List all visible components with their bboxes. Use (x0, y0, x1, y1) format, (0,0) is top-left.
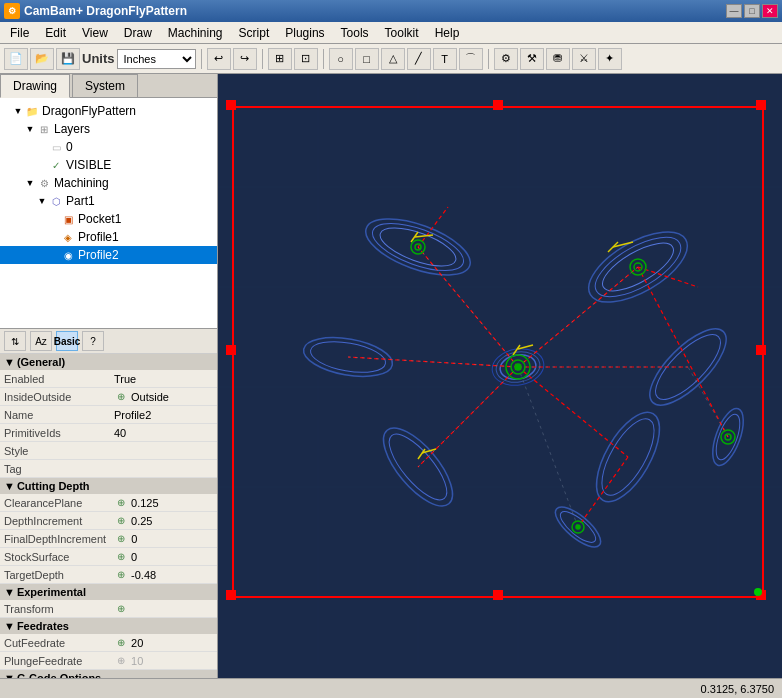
tree-label-profile1: Profile1 (78, 230, 119, 244)
tree-item-layer0[interactable]: ▭ 0 (0, 138, 217, 156)
grid-button[interactable]: ⊞ (268, 48, 292, 70)
tool8[interactable]: ⚔ (572, 48, 596, 70)
section-gcode-expand[interactable]: ▼ (4, 672, 15, 678)
svg-rect-16 (226, 590, 236, 600)
prop-depthincrement-value[interactable]: ⊕ 0.25 (110, 513, 217, 529)
close-button[interactable]: ✕ (762, 4, 778, 18)
save-button[interactable]: 💾 (56, 48, 80, 70)
prop-primitiveids-name: PrimitiveIds (0, 426, 110, 440)
menu-edit[interactable]: Edit (37, 24, 74, 42)
prop-tag: Tag (0, 460, 217, 478)
tree-item-profile2[interactable]: ◉ Profile2 (0, 246, 217, 264)
insideoutside-icon: ⊕ (114, 390, 128, 404)
section-experimental-expand[interactable]: ▼ (4, 586, 15, 598)
section-cutting: ▼ Cutting Depth (0, 478, 217, 494)
cutfeedrate-icon: ⊕ (114, 636, 128, 650)
section-cutting-expand[interactable]: ▼ (4, 480, 15, 492)
snap-button[interactable]: ⊡ (294, 48, 318, 70)
help-button[interactable]: ? (82, 331, 104, 351)
tree-item-pocket1[interactable]: ▣ Pocket1 (0, 210, 217, 228)
undo-button[interactable]: ↩ (207, 48, 231, 70)
line-btn[interactable]: ╱ (407, 48, 431, 70)
rect-btn[interactable]: □ (355, 48, 379, 70)
expand-part1[interactable]: ▼ (36, 196, 48, 206)
tool9[interactable]: ✦ (598, 48, 622, 70)
prop-transform-value[interactable]: ⊕ (110, 601, 217, 617)
tab-drawing[interactable]: Drawing (0, 74, 70, 98)
tab-system[interactable]: System (72, 74, 138, 97)
prop-clearanceplane-value[interactable]: ⊕ 0.125 (110, 495, 217, 511)
svg-point-67 (515, 364, 521, 370)
menu-draw[interactable]: Draw (116, 24, 160, 42)
prop-targetdepth-value[interactable]: ⊕ -0.48 (110, 567, 217, 583)
prop-style-value[interactable] (110, 450, 217, 452)
pocket1-icon: ▣ (60, 211, 76, 227)
tool6[interactable]: ⚒ (520, 48, 544, 70)
svg-point-75 (576, 525, 580, 529)
tree-item-visible[interactable]: ✓ VISIBLE (0, 156, 217, 174)
separator-3 (323, 49, 324, 69)
prop-primitiveids-value[interactable]: 40 (110, 426, 217, 440)
tree-label-pocket1: Pocket1 (78, 212, 121, 226)
circle-btn[interactable]: ○ (329, 48, 353, 70)
section-general-label: (General) (17, 356, 65, 368)
tool5[interactable]: ⚙ (494, 48, 518, 70)
menu-tools[interactable]: Tools (333, 24, 377, 42)
menu-plugins[interactable]: Plugins (277, 24, 332, 42)
expand-root[interactable]: ▼ (12, 106, 24, 116)
redo-button[interactable]: ↪ (233, 48, 257, 70)
menu-help[interactable]: Help (427, 24, 468, 42)
prop-tag-value[interactable] (110, 468, 217, 470)
arc-btn[interactable]: ⌒ (459, 48, 483, 70)
menu-view[interactable]: View (74, 24, 116, 42)
prop-name-value[interactable]: Profile2 (110, 408, 217, 422)
expand-layers[interactable]: ▼ (24, 124, 36, 134)
expand-machining[interactable]: ▼ (24, 178, 36, 188)
menu-toolkit[interactable]: Toolkit (377, 24, 427, 42)
open-button[interactable]: 📂 (30, 48, 54, 70)
prop-name-label: Name (0, 408, 110, 422)
prop-stocksurface-value[interactable]: ⊕ 0 (110, 549, 217, 565)
prop-scroll[interactable]: ▼ (General) Enabled True InsideOutside ⊕… (0, 354, 217, 678)
menu-script[interactable]: Script (231, 24, 278, 42)
alpha-button[interactable]: Az (30, 331, 52, 351)
plungefeedrate-icon: ⊕ (114, 654, 128, 668)
prop-finaldepthincrement-value[interactable]: ⊕ 0 (110, 531, 217, 547)
poly-btn[interactable]: △ (381, 48, 405, 70)
prop-tag-name: Tag (0, 462, 110, 476)
prop-enabled-name: Enabled (0, 372, 110, 386)
section-feedrates: ▼ Feedrates (0, 618, 217, 634)
section-feedrates-expand[interactable]: ▼ (4, 620, 15, 632)
prop-plungefeedrate-value[interactable]: ⊕ 10 (110, 653, 217, 669)
prop-cutfeedrate-value[interactable]: ⊕ 20 (110, 635, 217, 651)
minimize-button[interactable]: — (726, 4, 742, 18)
svg-rect-11 (226, 100, 236, 110)
tree-item-part1[interactable]: ▼ ⬡ Part1 (0, 192, 217, 210)
svg-rect-13 (756, 100, 766, 110)
prop-transform-name: Transform (0, 602, 110, 616)
status-bar: 0.3125, 6.3750 (0, 678, 782, 698)
canvas-area[interactable] (218, 74, 782, 678)
menu-file[interactable]: File (2, 24, 37, 42)
maximize-button[interactable]: □ (744, 4, 760, 18)
tree-view[interactable]: ▼ 📁 DragonFlyPattern ▼ ⊞ Layers ▭ 0 (0, 98, 217, 328)
text-btn[interactable]: T (433, 48, 457, 70)
tree-label-visible: VISIBLE (66, 158, 111, 172)
section-experimental: ▼ Experimental (0, 584, 217, 600)
tree-item-machining[interactable]: ▼ ⚙ Machining (0, 174, 217, 192)
prop-insideoutside-value[interactable]: ⊕ Outside (110, 389, 217, 405)
sort-button[interactable]: ⇅ (4, 331, 26, 351)
tool7[interactable]: ⛃ (546, 48, 570, 70)
prop-enabled-value[interactable]: True (110, 372, 217, 386)
menu-machining[interactable]: Machining (160, 24, 231, 42)
tree-item-layers[interactable]: ▼ ⊞ Layers (0, 120, 217, 138)
tree-item-profile1[interactable]: ◈ Profile1 (0, 228, 217, 246)
section-general-expand[interactable]: ▼ (4, 356, 15, 368)
prop-clearanceplane-name: ClearancePlane (0, 496, 110, 510)
menu-bar: File Edit View Draw Machining Script Plu… (0, 22, 782, 44)
part1-icon: ⬡ (48, 193, 64, 209)
units-select[interactable]: Inches Millimeters (117, 49, 196, 69)
new-button[interactable]: 📄 (4, 48, 28, 70)
tree-item-root[interactable]: ▼ 📁 DragonFlyPattern (0, 102, 217, 120)
basic-button[interactable]: Basic (56, 331, 78, 351)
